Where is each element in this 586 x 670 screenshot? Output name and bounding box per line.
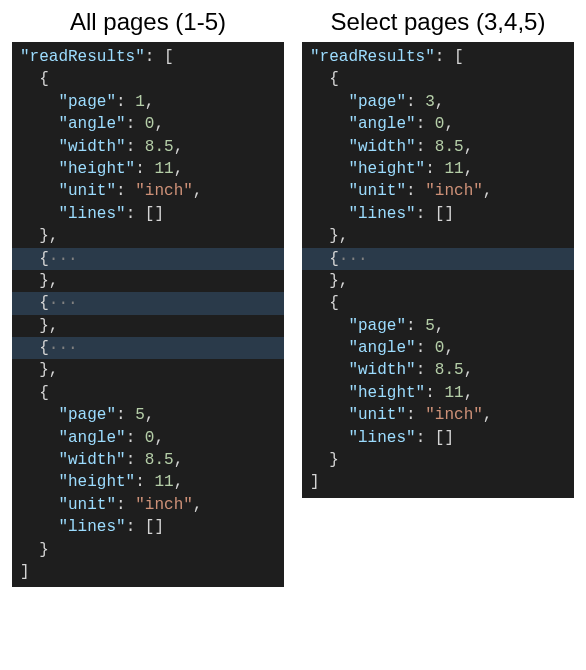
- code-line: "unit": "inch",: [302, 180, 574, 202]
- left-code-editor[interactable]: "readResults": [ { "page": 1, "angle": 0…: [12, 42, 284, 587]
- code-line: "page": 3,: [302, 91, 574, 113]
- code-line: "angle": 0,: [302, 113, 574, 135]
- code-line: {: [302, 68, 574, 90]
- code-line: "width": 8.5,: [12, 136, 284, 158]
- folded-region[interactable]: {···: [12, 292, 284, 314]
- code-line: },: [302, 225, 574, 247]
- left-title: All pages (1-5): [12, 8, 284, 36]
- code-line: }: [302, 449, 574, 471]
- left-column: All pages (1-5) "readResults": [ { "page…: [12, 8, 284, 587]
- code-line: ]: [12, 561, 284, 583]
- code-line: {: [12, 382, 284, 404]
- right-code-editor[interactable]: "readResults": [ { "page": 3, "angle": 0…: [302, 42, 574, 498]
- folded-region[interactable]: {···: [12, 337, 284, 359]
- code-line: "height": 11,: [302, 158, 574, 180]
- code-line: "width": 8.5,: [12, 449, 284, 471]
- code-line: "lines": []: [302, 427, 574, 449]
- code-line: "width": 8.5,: [302, 136, 574, 158]
- code-line: "angle": 0,: [12, 113, 284, 135]
- right-title: Select pages (3,4,5): [302, 8, 574, 36]
- code-line: ]: [302, 471, 574, 493]
- right-column: Select pages (3,4,5) "readResults": [ { …: [302, 8, 574, 587]
- code-line: "lines": []: [302, 203, 574, 225]
- code-line: },: [12, 315, 284, 337]
- code-line: },: [302, 270, 574, 292]
- code-line: "unit": "inch",: [12, 494, 284, 516]
- code-line: "unit": "inch",: [302, 404, 574, 426]
- code-line: "angle": 0,: [302, 337, 574, 359]
- code-line: {: [12, 68, 284, 90]
- code-line: "height": 11,: [12, 158, 284, 180]
- code-line: "lines": []: [12, 516, 284, 538]
- code-line: "width": 8.5,: [302, 359, 574, 381]
- code-line: "page": 1,: [12, 91, 284, 113]
- code-line: "lines": []: [12, 203, 284, 225]
- code-line: "readResults": [: [12, 46, 284, 68]
- code-line: "height": 11,: [12, 471, 284, 493]
- code-line: },: [12, 225, 284, 247]
- code-line: "readResults": [: [302, 46, 574, 68]
- code-line: "page": 5,: [302, 315, 574, 337]
- code-line: "height": 11,: [302, 382, 574, 404]
- comparison-container: All pages (1-5) "readResults": [ { "page…: [12, 8, 574, 587]
- code-line: "page": 5,: [12, 404, 284, 426]
- code-line: "angle": 0,: [12, 427, 284, 449]
- code-line: },: [12, 270, 284, 292]
- folded-region[interactable]: {···: [302, 248, 574, 270]
- code-line: },: [12, 359, 284, 381]
- code-line: }: [12, 539, 284, 561]
- code-line: "unit": "inch",: [12, 180, 284, 202]
- code-line: {: [302, 292, 574, 314]
- folded-region[interactable]: {···: [12, 248, 284, 270]
